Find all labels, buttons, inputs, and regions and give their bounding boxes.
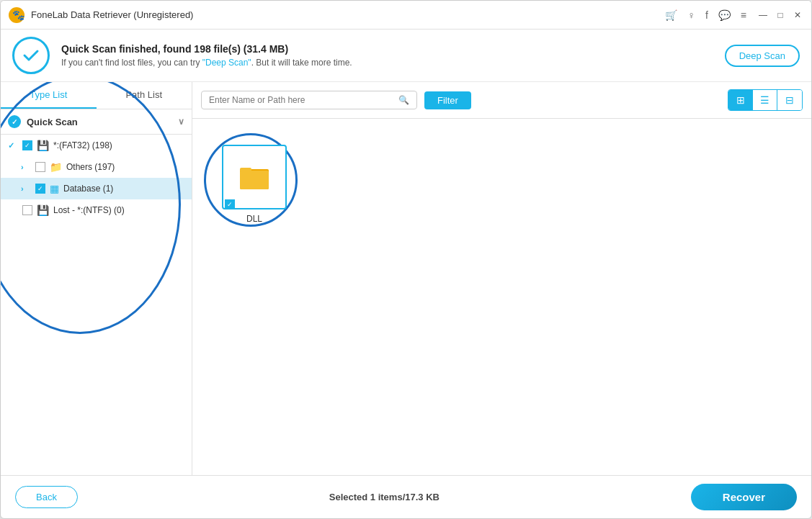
database-db-icon: ▦ xyxy=(50,183,59,194)
database-checkbox[interactable]: ✓ xyxy=(35,184,45,194)
fat32-check-mark: ✓ xyxy=(8,141,18,150)
title-bar: 🐾 FoneLab Data Retriever (Unregistered) … xyxy=(1,1,811,30)
quick-scan-check-icon: ✓ xyxy=(8,115,21,128)
svg-rect-6 xyxy=(241,169,251,172)
footer-status: Selected 1 items/17.3 KB xyxy=(78,492,691,502)
tabs-header: Type List Path List xyxy=(1,82,192,109)
hint-prefix: If you can't find lost files, you can tr… xyxy=(61,58,202,68)
tab-type-list[interactable]: Type List xyxy=(1,82,97,109)
svg-text:🐾: 🐾 xyxy=(12,9,25,22)
status-prefix: Selected xyxy=(329,492,370,502)
status-circle xyxy=(12,37,50,74)
file-thumbnail: ✓ xyxy=(222,145,287,209)
window-controls: — □ ✕ xyxy=(757,9,804,22)
ntfs-label: Lost - *:(NTFS) (0) xyxy=(53,205,184,215)
file-grid: ✓ DLL xyxy=(192,119,811,475)
view-list-button[interactable]: ☰ xyxy=(753,90,777,110)
sidebar: Type List Path List ✓ Quick Scan ∨ ✓ ✓ 💾… xyxy=(1,82,192,475)
app-footer: Back Selected 1 items/17.3 KB Recover xyxy=(1,475,811,518)
search-icon: 🔍 xyxy=(398,95,409,105)
quick-scan-chevron: ∨ xyxy=(178,117,184,127)
tree-item-lost-ntfs[interactable]: 💾 Lost - *:(NTFS) (0) xyxy=(1,199,192,221)
others-label: Others (197) xyxy=(66,162,184,172)
facebook-icon[interactable]: f xyxy=(705,9,708,21)
tree-item-database[interactable]: › ✓ ▦ Database (1) xyxy=(1,178,192,199)
deep-scan-link[interactable]: "Deep Scan" xyxy=(202,58,251,68)
others-folder-icon: 📁 xyxy=(50,161,62,173)
back-button[interactable]: Back xyxy=(15,486,78,508)
file-name: DLL xyxy=(246,214,262,224)
database-label: Database (1) xyxy=(63,184,184,194)
cart-icon[interactable]: 🛒 xyxy=(665,9,677,21)
minimize-button[interactable]: — xyxy=(757,9,769,22)
scan-status-text: Quick Scan finished, found 198 file(s) (… xyxy=(61,43,725,55)
right-panel: 🔍 Filter ⊞ ☰ ⊟ xyxy=(192,82,811,475)
header-info: Quick Scan finished, found 198 file(s) (… xyxy=(61,43,725,68)
chat-icon[interactable]: 💬 xyxy=(718,9,731,21)
fat32-label: *:(FAT32) (198) xyxy=(53,140,184,150)
app-header: Quick Scan finished, found 198 file(s) (… xyxy=(1,30,811,82)
deep-scan-button[interactable]: Deep Scan xyxy=(725,45,800,67)
quick-scan-label: Quick Scan xyxy=(27,117,78,127)
menu-icon[interactable]: ≡ xyxy=(741,9,746,21)
hint-text: If you can't find lost files, you can tr… xyxy=(61,58,725,68)
filter-button[interactable]: Filter xyxy=(424,91,471,109)
view-detail-button[interactable]: ⊟ xyxy=(777,90,802,110)
fat32-checkbox[interactable]: ✓ xyxy=(22,140,32,150)
others-expander[interactable]: › xyxy=(21,163,31,171)
app-title: FoneLab Data Retriever (Unregistered) xyxy=(31,9,665,20)
svg-rect-5 xyxy=(240,171,269,189)
list-item[interactable]: ✓ DLL xyxy=(218,145,290,224)
tab-path-list[interactable]: Path List xyxy=(97,82,192,109)
tree-item-fat32[interactable]: ✓ ✓ 💾 *:(FAT32) (198) xyxy=(1,135,192,156)
status-count: 1 xyxy=(370,492,375,502)
app-logo: 🐾 xyxy=(8,6,25,24)
ntfs-checkbox[interactable] xyxy=(22,205,32,215)
app-window: 🐾 FoneLab Data Retriever (Unregistered) … xyxy=(0,0,812,519)
main-content: Type List Path List ✓ Quick Scan ∨ ✓ ✓ 💾… xyxy=(1,82,811,475)
status-size: 17.3 KB xyxy=(405,492,440,502)
close-button[interactable]: ✕ xyxy=(791,9,804,22)
file-checkbox[interactable]: ✓ xyxy=(225,199,235,209)
maximize-button[interactable]: □ xyxy=(774,9,787,22)
sidebar-section-quick-scan[interactable]: ✓ Quick Scan ∨ xyxy=(1,109,192,135)
ntfs-drive-icon: 💾 xyxy=(37,204,49,216)
database-expander[interactable]: › xyxy=(21,184,31,193)
hint-suffix: . But it will take more time. xyxy=(251,58,352,68)
tree-item-others[interactable]: › 📁 Others (197) xyxy=(1,156,192,178)
view-grid-button[interactable]: ⊞ xyxy=(728,90,753,110)
recover-button[interactable]: Recover xyxy=(691,484,797,510)
others-checkbox[interactable] xyxy=(35,162,45,172)
search-box: 🔍 xyxy=(201,91,417,109)
title-bar-icons: 🛒 ♀ f 💬 ≡ xyxy=(665,9,746,21)
question-icon[interactable]: ♀ xyxy=(687,9,695,21)
status-mid: items/ xyxy=(375,492,405,502)
view-controls: ⊞ ☰ ⊟ xyxy=(728,89,803,111)
right-panel-toolbar: 🔍 Filter ⊞ ☰ ⊟ xyxy=(192,82,811,119)
fat32-drive-icon: 💾 xyxy=(37,140,49,151)
search-input[interactable] xyxy=(209,95,394,105)
